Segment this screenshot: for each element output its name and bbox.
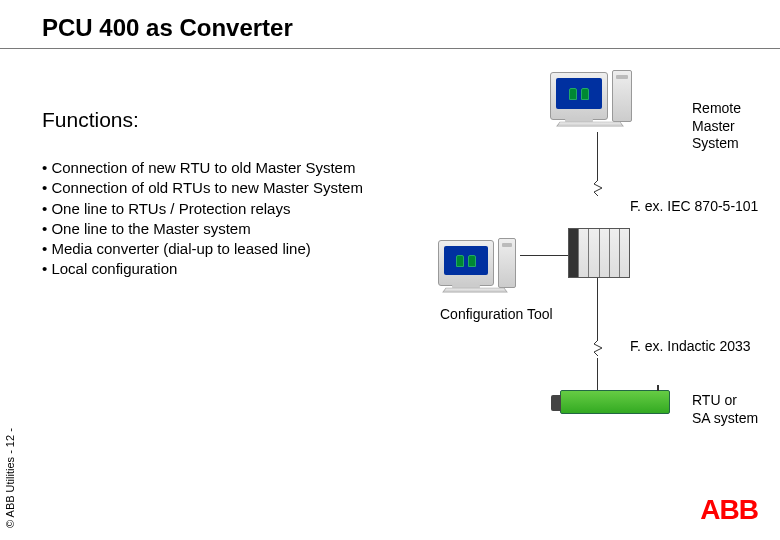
indactic-label: F. ex. Indactic 2033 [630, 338, 751, 354]
functions-list: Connection of new RTU to old Master Syst… [42, 158, 363, 280]
connection-line [597, 132, 598, 180]
bullet-item: One line to the Master system [42, 219, 363, 239]
bullet-item: One line to RTUs / Protection relays [42, 199, 363, 219]
protocol-label: F. ex. IEC 870-5-101 [630, 198, 758, 214]
footer-copyright: © ABB Utilities - 12 - [4, 428, 16, 528]
remote-label-line1: Remote [692, 100, 780, 118]
rtu-label-line2: SA system [692, 410, 758, 428]
zigzag-icon [594, 180, 602, 196]
rtu-device-icon [560, 390, 670, 414]
rtu-label-line1: RTU or [692, 392, 758, 410]
title-divider [0, 48, 780, 49]
pcu-rack-icon [568, 228, 630, 278]
functions-heading: Functions: [42, 108, 139, 132]
remote-master-label: Remote Master System [692, 100, 780, 153]
config-tool-pc-icon [438, 240, 494, 286]
bullet-item: Connection of old RTUs to new Master Sys… [42, 178, 363, 198]
connection-line [520, 255, 568, 256]
bullet-item: Media converter (dial-up to leased line) [42, 239, 363, 259]
zigzag-icon [594, 340, 602, 356]
bullet-item: Connection of new RTU to old Master Syst… [42, 158, 363, 178]
remote-master-pc-icon [550, 72, 608, 120]
abb-logo: ABB [700, 494, 758, 526]
slide-title: PCU 400 as Converter [42, 14, 293, 42]
remote-label-line2: Master System [692, 118, 780, 153]
connection-line [597, 358, 598, 390]
bullet-item: Local configuration [42, 259, 363, 279]
rtu-label: RTU or SA system [692, 392, 758, 427]
connection-line [597, 278, 598, 340]
config-tool-label: Configuration Tool [440, 306, 553, 322]
